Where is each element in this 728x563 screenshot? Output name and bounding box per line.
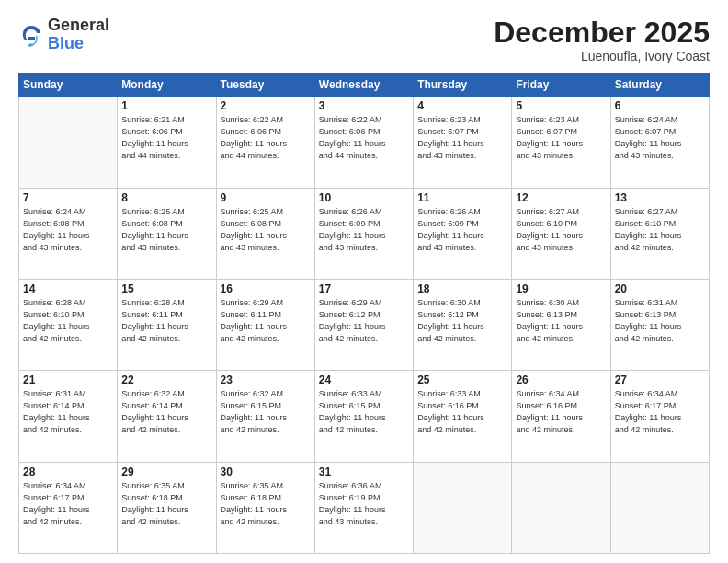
logo: General Blue [18,17,109,53]
day-number: 20 [615,282,705,295]
day-number: 9 [221,191,311,204]
day-info: Sunrise: 6:23 AMSunset: 6:07 PMDaylight:… [417,114,507,162]
header-thursday: Thursday [414,74,512,97]
day-number: 31 [319,465,409,478]
day-number: 24 [319,373,409,386]
title-block: December 2025 Luenoufla, Ivory Coast [494,17,710,63]
calendar-table: Sunday Monday Tuesday Wednesday Thursday… [18,73,710,554]
day-info: Sunrise: 6:31 AMSunset: 6:14 PMDaylight:… [23,388,113,436]
day-info: Sunrise: 6:29 AMSunset: 6:12 PMDaylight:… [319,297,409,345]
day-info: Sunrise: 6:22 AMSunset: 6:06 PMDaylight:… [221,114,311,162]
day-number: 3 [319,99,409,112]
table-row: 30Sunrise: 6:35 AMSunset: 6:18 PMDayligh… [216,462,314,553]
day-number: 10 [319,191,409,204]
day-number: 13 [615,191,705,204]
day-info: Sunrise: 6:22 AMSunset: 6:06 PMDaylight:… [319,114,409,162]
day-info: Sunrise: 6:26 AMSunset: 6:09 PMDaylight:… [417,206,507,254]
calendar-week-row: 28Sunrise: 6:34 AMSunset: 6:17 PMDayligh… [19,462,710,553]
day-info: Sunrise: 6:36 AMSunset: 6:19 PMDaylight:… [319,480,409,528]
day-number: 26 [516,373,606,386]
day-number: 11 [417,191,507,204]
table-row: 19Sunrise: 6:30 AMSunset: 6:13 PMDayligh… [512,279,610,370]
table-row: 22Sunrise: 6:32 AMSunset: 6:14 PMDayligh… [118,371,216,462]
table-row: 11Sunrise: 6:26 AMSunset: 6:09 PMDayligh… [414,188,512,279]
table-row: 14Sunrise: 6:28 AMSunset: 6:10 PMDayligh… [19,279,118,370]
day-info: Sunrise: 6:24 AMSunset: 6:07 PMDaylight:… [615,114,705,162]
table-row: 15Sunrise: 6:28 AMSunset: 6:11 PMDayligh… [118,279,216,370]
day-info: Sunrise: 6:30 AMSunset: 6:12 PMDaylight:… [417,297,507,345]
table-row: 20Sunrise: 6:31 AMSunset: 6:13 PMDayligh… [610,279,709,370]
table-row: 8Sunrise: 6:25 AMSunset: 6:08 PMDaylight… [118,188,216,279]
day-info: Sunrise: 6:34 AMSunset: 6:17 PMDaylight:… [615,388,705,436]
day-info: Sunrise: 6:24 AMSunset: 6:08 PMDaylight:… [23,206,113,254]
day-number: 28 [23,465,113,478]
day-number: 2 [221,99,311,112]
day-number: 27 [615,373,705,386]
header-saturday: Saturday [610,74,709,97]
calendar-week-row: 14Sunrise: 6:28 AMSunset: 6:10 PMDayligh… [19,279,710,370]
table-row: 23Sunrise: 6:32 AMSunset: 6:15 PMDayligh… [216,371,314,462]
day-number: 17 [319,282,409,295]
day-info: Sunrise: 6:31 AMSunset: 6:13 PMDaylight:… [615,297,705,345]
table-row: 10Sunrise: 6:26 AMSunset: 6:09 PMDayligh… [314,188,413,279]
table-row: 18Sunrise: 6:30 AMSunset: 6:12 PMDayligh… [414,279,512,370]
day-number: 21 [23,373,113,386]
day-number: 1 [121,99,211,112]
header-sunday: Sunday [19,74,118,97]
day-number: 25 [417,373,507,386]
table-row: 28Sunrise: 6:34 AMSunset: 6:17 PMDayligh… [19,462,118,553]
table-row: 25Sunrise: 6:33 AMSunset: 6:16 PMDayligh… [414,371,512,462]
logo-blue: Blue [48,35,109,53]
day-info: Sunrise: 6:35 AMSunset: 6:18 PMDaylight:… [121,480,211,528]
calendar-week-row: 7Sunrise: 6:24 AMSunset: 6:08 PMDaylight… [19,188,710,279]
table-row [610,462,709,553]
table-row [414,462,512,553]
table-row: 16Sunrise: 6:29 AMSunset: 6:11 PMDayligh… [216,279,314,370]
day-number: 22 [121,373,211,386]
table-row: 26Sunrise: 6:34 AMSunset: 6:16 PMDayligh… [512,371,610,462]
calendar-week-row: 21Sunrise: 6:31 AMSunset: 6:14 PMDayligh… [19,371,710,462]
table-row: 24Sunrise: 6:33 AMSunset: 6:15 PMDayligh… [314,371,413,462]
day-info: Sunrise: 6:21 AMSunset: 6:06 PMDaylight:… [121,114,211,162]
day-info: Sunrise: 6:27 AMSunset: 6:10 PMDaylight:… [516,206,606,254]
header-friday: Friday [512,74,610,97]
header: General Blue December 2025 Luenoufla, Iv… [18,17,710,63]
day-number: 18 [417,282,507,295]
day-number: 30 [221,465,311,478]
day-info: Sunrise: 6:34 AMSunset: 6:17 PMDaylight:… [23,480,113,528]
table-row: 13Sunrise: 6:27 AMSunset: 6:10 PMDayligh… [610,188,709,279]
header-tuesday: Tuesday [216,74,314,97]
location: Luenoufla, Ivory Coast [494,49,710,63]
table-row: 4Sunrise: 6:23 AMSunset: 6:07 PMDaylight… [414,97,512,188]
day-number: 8 [121,191,211,204]
day-info: Sunrise: 6:26 AMSunset: 6:09 PMDaylight:… [319,206,409,254]
day-number: 19 [516,282,606,295]
header-wednesday: Wednesday [314,74,413,97]
header-monday: Monday [118,74,216,97]
day-info: Sunrise: 6:25 AMSunset: 6:08 PMDaylight:… [121,206,211,254]
weekday-header-row: Sunday Monday Tuesday Wednesday Thursday… [19,74,710,97]
table-row: 27Sunrise: 6:34 AMSunset: 6:17 PMDayligh… [610,371,709,462]
day-number: 15 [121,282,211,295]
table-row: 29Sunrise: 6:35 AMSunset: 6:18 PMDayligh… [118,462,216,553]
table-row: 12Sunrise: 6:27 AMSunset: 6:10 PMDayligh… [512,188,610,279]
calendar-week-row: 1Sunrise: 6:21 AMSunset: 6:06 PMDaylight… [19,97,710,188]
day-number: 16 [221,282,311,295]
table-row: 2Sunrise: 6:22 AMSunset: 6:06 PMDaylight… [216,97,314,188]
day-info: Sunrise: 6:25 AMSunset: 6:08 PMDaylight:… [221,206,311,254]
logo-icon [18,22,44,48]
day-info: Sunrise: 6:32 AMSunset: 6:15 PMDaylight:… [221,388,311,436]
logo-general: General [48,17,109,35]
day-info: Sunrise: 6:29 AMSunset: 6:11 PMDaylight:… [221,297,311,345]
day-info: Sunrise: 6:23 AMSunset: 6:07 PMDaylight:… [516,114,606,162]
day-number: 23 [221,373,311,386]
day-info: Sunrise: 6:34 AMSunset: 6:16 PMDaylight:… [516,388,606,436]
day-info: Sunrise: 6:33 AMSunset: 6:15 PMDaylight:… [319,388,409,436]
day-number: 12 [516,191,606,204]
day-info: Sunrise: 6:35 AMSunset: 6:18 PMDaylight:… [221,480,311,528]
page: General Blue December 2025 Luenoufla, Iv… [0,0,728,563]
table-row: 7Sunrise: 6:24 AMSunset: 6:08 PMDaylight… [19,188,118,279]
day-number: 6 [615,99,705,112]
day-info: Sunrise: 6:27 AMSunset: 6:10 PMDaylight:… [615,206,705,254]
day-number: 14 [23,282,113,295]
